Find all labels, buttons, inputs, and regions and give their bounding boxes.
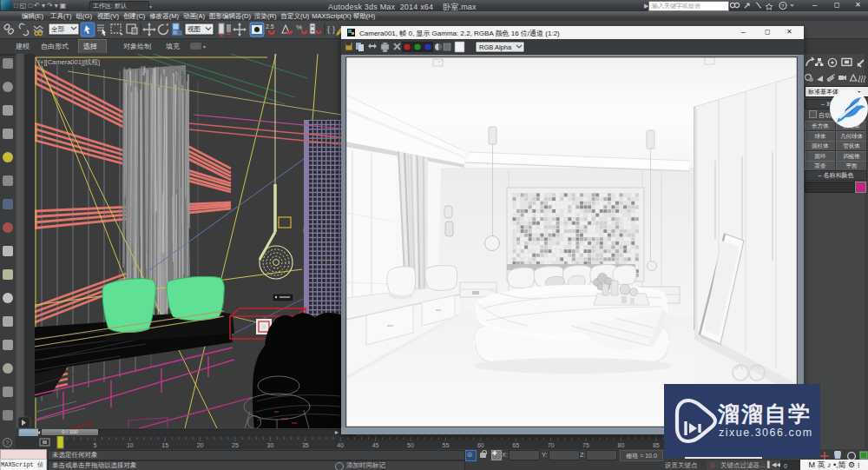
svg-text:60: 60: [477, 442, 484, 448]
svg-text:40: 40: [337, 442, 344, 448]
svg-text:RGB Alpha: RGB Alpha: [479, 43, 512, 51]
svg-text:视图: 视图: [187, 25, 201, 33]
svg-text:}: }: [332, 25, 335, 34]
svg-text:30: 30: [267, 442, 274, 448]
svg-text:70: 70: [548, 442, 555, 448]
svg-text:35: 35: [302, 442, 309, 448]
svg-text:25: 25: [232, 442, 239, 448]
svg-text:10: 10: [127, 442, 134, 448]
svg-text:5: 5: [93, 442, 96, 448]
svg-text:55: 55: [443, 442, 450, 448]
svg-text:全部: 全部: [51, 25, 65, 33]
svg-text:%: %: [296, 23, 302, 31]
svg-text:20: 20: [197, 442, 204, 448]
svg-text:50: 50: [407, 442, 414, 448]
svg-text:65: 65: [512, 442, 519, 448]
svg-text:2.5: 2.5: [266, 23, 274, 30]
svg-text:45: 45: [372, 442, 379, 448]
svg-text:[+][Camera001][线框]: [+][Camera001][线框]: [38, 58, 100, 66]
svg-text:15: 15: [161, 442, 168, 448]
svg-text:{: {: [327, 25, 330, 34]
svg-text:85: 85: [653, 442, 660, 448]
svg-text:?: ?: [781, 3, 785, 9]
svg-text:80: 80: [618, 442, 625, 448]
svg-text:75: 75: [582, 442, 589, 448]
